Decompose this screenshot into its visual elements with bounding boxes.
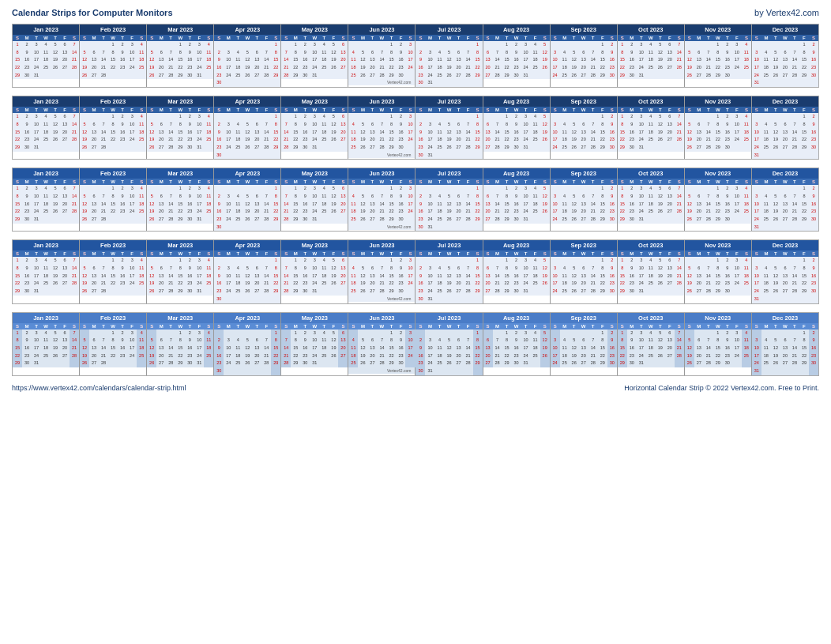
day-cell: 11 — [761, 273, 771, 281]
day-cell: 17 — [405, 201, 415, 209]
day-cell: 24 — [405, 208, 415, 216]
dow-cell: T — [723, 179, 732, 185]
dow-cell: T — [185, 35, 194, 41]
day-cell: 24 — [752, 144, 761, 152]
dow-cell: F — [531, 250, 540, 257]
day-cell: 13 — [367, 273, 377, 281]
day-cell — [799, 79, 809, 87]
dow-cell: F — [598, 250, 607, 257]
day-cell: 7 — [790, 337, 799, 345]
month-block: Apr 2023SMTWTFS 123456789101112131415161… — [214, 313, 281, 375]
day-cell: 20 — [665, 129, 675, 137]
day-cell: 13 — [156, 345, 166, 352]
dow-cell: S — [540, 323, 550, 330]
dow-cell: W — [579, 35, 588, 41]
day-cell: 15 — [175, 56, 185, 64]
month-header: Sep 2023 — [551, 24, 617, 35]
month-block: Sep 2023SMTWTFS 123456789101112131415161… — [551, 168, 618, 231]
day-cell — [252, 152, 261, 160]
dow-cell: F — [665, 35, 675, 41]
day-cell: 10 — [32, 49, 41, 57]
day-cell: 25 — [560, 360, 570, 367]
day-cell: 16 — [512, 345, 521, 352]
day-cell: 19 — [80, 64, 89, 72]
day-cell: 27 — [338, 64, 348, 72]
day-cell: 7 — [675, 41, 684, 49]
day-cell: 28 — [377, 144, 386, 152]
day-cell: 18 — [41, 129, 51, 137]
day-cell: 1 — [618, 113, 627, 121]
day-cell: 10 — [32, 121, 41, 129]
day-cell — [271, 224, 280, 232]
day-cell: 3 — [551, 193, 560, 201]
dow-cell: S — [338, 323, 348, 330]
day-cell: 1 — [291, 185, 300, 193]
day-cell: 6 — [665, 330, 675, 337]
dow-cell: F — [598, 35, 607, 41]
day-cell: 3 — [310, 257, 319, 265]
day-cell: 20 — [454, 352, 464, 360]
day-cell: 14 — [704, 345, 713, 352]
day-cell: 28 — [281, 360, 291, 367]
day-cell: 29 — [502, 216, 512, 224]
dow-cell: M — [560, 323, 570, 330]
day-cell: 13 — [60, 49, 70, 57]
day-cell: 18 — [761, 208, 771, 216]
day-cell: 19 — [147, 136, 156, 144]
day-cell: 26 — [540, 280, 550, 288]
day-cell: 5 — [445, 49, 454, 57]
day-cell: 23 — [396, 64, 405, 72]
day-cell: 14 — [675, 193, 684, 201]
day-cell — [435, 185, 445, 193]
day-cell — [732, 72, 742, 80]
day-cell: 27 — [694, 216, 704, 224]
day-cell: 5 — [540, 41, 550, 49]
dow-cell: W — [243, 250, 252, 257]
day-cell: 3 — [521, 185, 531, 193]
day-cell: 25 — [435, 288, 445, 296]
day-cell: 27 — [454, 288, 464, 296]
dow-cell: S — [483, 107, 493, 113]
month-block: Jan 2023SMTWTFS1234567891011121314151617… — [13, 24, 80, 87]
day-cell: 26 — [329, 136, 338, 144]
dow-cell: M — [493, 250, 502, 257]
day-cell: 22 — [618, 136, 627, 144]
day-cell: 20 — [780, 280, 790, 288]
day-cell — [685, 41, 694, 49]
day-cell — [799, 296, 809, 303]
day-cell — [685, 257, 694, 265]
dow-cell: T — [704, 107, 713, 113]
day-cell: 30 — [723, 72, 732, 80]
day-cell: 25 — [531, 280, 540, 288]
day-cell — [454, 224, 464, 232]
day-cell: 23 — [118, 136, 127, 144]
dow-cell: S — [607, 323, 617, 330]
dow-cell: M — [694, 107, 704, 113]
dow-cell: S — [137, 179, 146, 185]
day-cell: 10 — [32, 193, 41, 201]
day-cell — [118, 144, 127, 152]
day-cell: 6 — [60, 330, 70, 337]
day-cell: 27 — [780, 360, 790, 367]
day-cell — [80, 257, 89, 265]
day-cell: 13 — [780, 129, 790, 137]
day-cell — [80, 185, 89, 193]
day-cell: 14 — [261, 273, 271, 281]
day-cell: 29 — [713, 72, 723, 80]
day-cell: 17 — [127, 345, 137, 352]
dow-cell: T — [771, 179, 780, 185]
dow-cell: F — [464, 179, 473, 185]
day-cell: 1 — [473, 185, 483, 193]
day-cell: 25 — [435, 72, 445, 80]
day-cell: 15 — [618, 56, 627, 64]
day-cell: 26 — [656, 136, 665, 144]
day-cell: 20 — [60, 273, 70, 281]
day-cell: 27 — [89, 144, 99, 152]
day-cell — [416, 113, 425, 121]
day-cell: 22 — [502, 352, 512, 360]
day-cell — [425, 330, 434, 337]
day-cell — [540, 216, 550, 224]
day-cell: 25 — [204, 64, 213, 72]
day-cell: 11 — [435, 345, 445, 352]
day-cell: 21 — [99, 280, 108, 288]
